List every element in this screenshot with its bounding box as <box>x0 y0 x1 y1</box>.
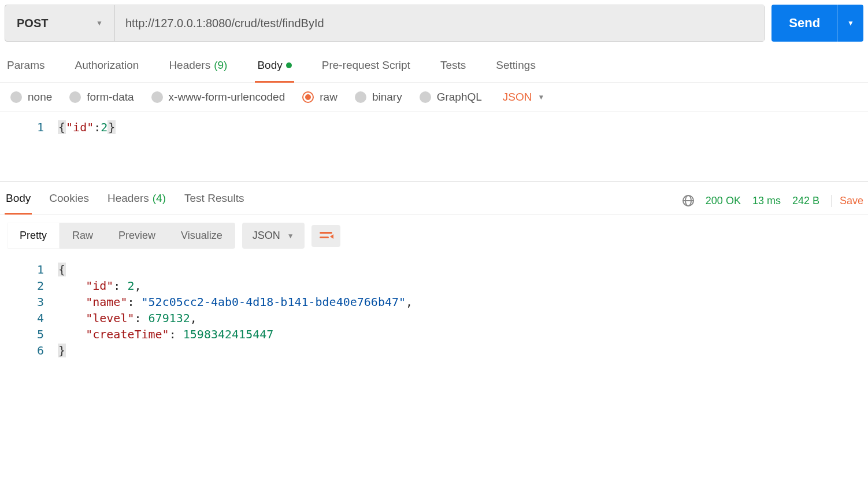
send-button-group: Send ▼ <box>771 5 863 42</box>
line-number: 1 <box>0 119 44 135</box>
view-mode-group: Pretty Raw Preview Visualize <box>7 223 235 249</box>
wrap-lines-button[interactable] <box>311 225 340 247</box>
tab-label: Tests <box>440 59 466 72</box>
json-number: 679132 <box>149 311 190 325</box>
body-indicator-dot <box>286 62 292 68</box>
body-type-row: none form-data x-www-form-urlencoded raw… <box>0 83 868 112</box>
http-method-label: POST <box>17 17 48 30</box>
gutter: 1 2 3 4 5 6 <box>0 259 51 359</box>
chevron-down-icon: ▼ <box>537 93 544 101</box>
tab-label: Settings <box>496 59 536 72</box>
headers-count: (9) <box>214 59 227 72</box>
radio-icon <box>420 91 431 103</box>
response-view-row: Pretty Raw Preview Visualize JSON ▼ <box>0 215 868 257</box>
response-format-select[interactable]: JSON ▼ <box>242 223 305 249</box>
tab-label: Authorization <box>75 59 139 72</box>
tab-headers[interactable]: Headers (9) <box>166 53 229 82</box>
json-number: 2 <box>127 279 134 293</box>
tab-authorization[interactable]: Authorization <box>72 53 141 82</box>
body-type-urlencoded[interactable]: x-www-form-urlencoded <box>151 91 285 104</box>
body-type-raw[interactable]: raw <box>302 91 337 104</box>
tab-label: Test Results <box>184 192 244 205</box>
tab-label: Headers <box>107 192 149 205</box>
body-format-select[interactable]: JSON ▼ <box>503 91 545 104</box>
url-input[interactable] <box>115 5 764 41</box>
response-body-editor[interactable]: 1 2 3 4 5 6 { "id": 2, "name": "52c05cc2… <box>0 257 868 359</box>
status-time: 13 ms <box>752 195 781 207</box>
resp-tab-cookies[interactable]: Cookies <box>48 187 90 214</box>
format-label: JSON <box>253 230 280 242</box>
resp-tab-headers[interactable]: Headers (4) <box>106 187 167 214</box>
radio-label: GraphQL <box>437 91 482 104</box>
tab-prerequest[interactable]: Pre-request Script <box>320 53 413 82</box>
line-number: 1 <box>0 261 44 278</box>
line-number: 6 <box>0 342 44 359</box>
code-area[interactable]: {"id":2} <box>51 117 868 181</box>
view-preview[interactable]: Preview <box>106 223 168 249</box>
request-bar: POST ▼ Send ▼ <box>0 0 868 46</box>
response-tabs: Body Cookies Headers (4) Test Results 20… <box>0 182 868 215</box>
headers-count: (4) <box>153 192 166 205</box>
http-method-select[interactable]: POST ▼ <box>5 5 115 41</box>
request-body-editor[interactable]: 1 {"id":2} <box>0 112 868 182</box>
line-number: 4 <box>0 310 44 326</box>
wrap-icon <box>320 231 332 241</box>
radio-label: none <box>28 91 52 104</box>
body-type-binary[interactable]: binary <box>355 91 402 104</box>
radio-icon <box>355 91 366 103</box>
json-key: "id" <box>66 120 94 134</box>
tab-body[interactable]: Body <box>255 53 294 82</box>
chevron-down-icon: ▼ <box>287 232 294 240</box>
tab-label: Params <box>7 59 44 72</box>
tab-label: Pre-request Script <box>322 59 410 72</box>
radio-label: form-data <box>87 91 133 104</box>
view-visualize[interactable]: Visualize <box>168 223 235 249</box>
radio-icon <box>10 91 22 103</box>
radio-icon <box>302 91 314 103</box>
json-key: "createTime" <box>86 327 169 341</box>
json-string: "52c05cc2-4ab0-4d18-b141-bde40e766b47" <box>142 295 406 309</box>
chevron-down-icon: ▼ <box>96 19 103 27</box>
resp-tab-body[interactable]: Body <box>5 187 32 214</box>
response-status-area: 200 OK 13 ms 242 B Save <box>682 195 863 207</box>
tab-tests[interactable]: Tests <box>438 53 468 82</box>
code-area[interactable]: { "id": 2, "name": "52c05cc2-4ab0-4d18-b… <box>51 259 868 359</box>
radio-label: x-www-form-urlencoded <box>169 91 285 104</box>
tab-label: Headers <box>169 59 210 72</box>
json-number: 1598342415447 <box>183 327 274 341</box>
json-key: "level" <box>86 311 134 325</box>
line-number: 5 <box>0 326 44 342</box>
tab-label: Cookies <box>49 192 89 205</box>
status-code: 200 OK <box>706 195 741 207</box>
line-number: 2 <box>0 278 44 294</box>
radio-label: binary <box>372 91 402 104</box>
format-label: JSON <box>503 91 532 104</box>
gutter: 1 <box>0 117 51 181</box>
resp-tab-test-results[interactable]: Test Results <box>183 187 245 214</box>
body-type-formdata[interactable]: form-data <box>69 91 133 104</box>
status-size: 242 B <box>792 195 819 207</box>
send-button[interactable]: Send <box>771 5 837 42</box>
body-type-none[interactable]: none <box>10 91 52 104</box>
json-number: 2 <box>101 120 107 134</box>
method-url-group: POST ▼ <box>5 5 765 42</box>
radio-icon <box>151 91 163 103</box>
tab-params[interactable]: Params <box>5 53 47 82</box>
line-number: 3 <box>0 294 44 310</box>
radio-label: raw <box>320 91 337 104</box>
tab-label: Body <box>6 192 31 205</box>
tab-label: Body <box>257 59 282 72</box>
globe-icon[interactable] <box>682 195 694 206</box>
view-raw[interactable]: Raw <box>60 223 106 249</box>
json-key: "name" <box>86 295 127 309</box>
view-pretty[interactable]: Pretty <box>7 223 60 249</box>
send-options-button[interactable]: ▼ <box>837 5 863 42</box>
json-key: "id" <box>86 279 113 293</box>
body-type-graphql[interactable]: GraphQL <box>420 91 482 104</box>
radio-icon <box>69 91 81 103</box>
chevron-down-icon: ▼ <box>847 19 854 27</box>
request-tabs: Params Authorization Headers (9) Body Pr… <box>0 46 868 83</box>
tab-settings[interactable]: Settings <box>494 53 538 82</box>
save-response-button[interactable]: Save <box>831 195 863 207</box>
